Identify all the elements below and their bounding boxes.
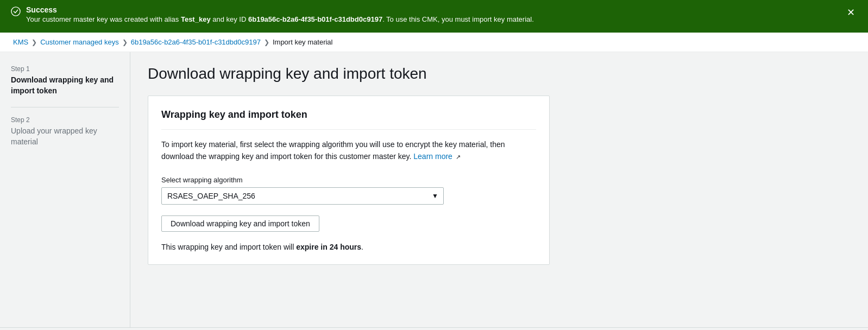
banner-text: Success Your customer master key was cre… <box>26 5 534 23</box>
breadcrumb-kms[interactable]: KMS <box>13 38 28 46</box>
select-wrapper: RSAES_OAEP_SHA_256 RSAES_OAEP_SHA_1 RSAE… <box>161 187 444 205</box>
breadcrumb-separator-2: ❯ <box>122 39 128 46</box>
expiry-prefix: This wrapping key and import token will <box>161 243 296 251</box>
content-area: Download wrapping key and import token W… <box>130 52 868 327</box>
step1-label: Step 1 <box>11 65 119 73</box>
step1-title: Download wrapping key and import token <box>11 75 119 96</box>
svg-point-0 <box>11 7 20 16</box>
success-banner: Success Your customer master key was cre… <box>0 0 868 33</box>
learn-more-link[interactable]: Learn more <box>413 152 452 161</box>
banner-message-mid: and key ID <box>211 15 248 23</box>
close-banner-button[interactable]: ✕ <box>845 5 857 20</box>
banner-title: Success <box>26 5 534 14</box>
breadcrumb-separator-3: ❯ <box>264 39 269 46</box>
sidebar-step-1: Step 1 Download wrapping key and import … <box>11 65 119 96</box>
banner-message-prefix: Your customer master key was created wit… <box>26 15 181 23</box>
download-button[interactable]: Download wrapping key and import token <box>161 215 319 232</box>
success-icon <box>11 7 21 18</box>
main-card: Wrapping key and import token To import … <box>148 96 550 265</box>
external-link-icon: ↗ <box>456 153 461 162</box>
page-title: Download wrapping key and import token <box>148 65 851 82</box>
action-bar: Cancel Next <box>0 327 868 330</box>
step2-label: Step 2 <box>11 116 119 124</box>
card-description: To import key material, first select the… <box>161 138 536 163</box>
expiry-bold: expire in 24 hours <box>296 243 361 251</box>
banner-message-suffix: . To use this CMK, you must import key m… <box>382 15 534 23</box>
sidebar-step-2: Step 2 Upload your wrapped key material <box>11 116 119 147</box>
expiry-suffix: . <box>361 243 363 251</box>
breadcrumb-key-id[interactable]: 6b19a56c-b2a6-4f35-b01f-c31dbd0c9197 <box>131 38 261 46</box>
breadcrumb: KMS ❯ Customer managed keys ❯ 6b19a56c-b… <box>0 33 868 52</box>
breadcrumb-current: Import key material <box>273 38 333 46</box>
card-title: Wrapping key and import token <box>161 109 536 130</box>
select-label: Select wrapping algorithm <box>161 176 536 184</box>
wrapping-algorithm-select[interactable]: RSAES_OAEP_SHA_256 RSAES_OAEP_SHA_1 RSAE… <box>161 187 444 205</box>
breadcrumb-customer-managed-keys[interactable]: Customer managed keys <box>40 38 119 46</box>
card-description-text: To import key material, first select the… <box>161 140 505 161</box>
sidebar: Step 1 Download wrapping key and import … <box>0 52 130 327</box>
expiry-note: This wrapping key and import token will … <box>161 243 536 251</box>
banner-key-id: 6b19a56c-b2a6-4f35-b01f-c31dbd0c9197 <box>248 15 382 23</box>
banner-content: Success Your customer master key was cre… <box>11 5 534 23</box>
page-body: Step 1 Download wrapping key and import … <box>0 52 868 327</box>
breadcrumb-separator-1: ❯ <box>32 39 37 46</box>
banner-body: Your customer master key was created wit… <box>26 15 534 23</box>
step-divider <box>11 107 119 107</box>
banner-alias: Test_key <box>181 15 211 23</box>
step2-title: Upload your wrapped key material <box>11 126 119 147</box>
wrapping-algorithm-field: Select wrapping algorithm RSAES_OAEP_SHA… <box>161 176 536 205</box>
